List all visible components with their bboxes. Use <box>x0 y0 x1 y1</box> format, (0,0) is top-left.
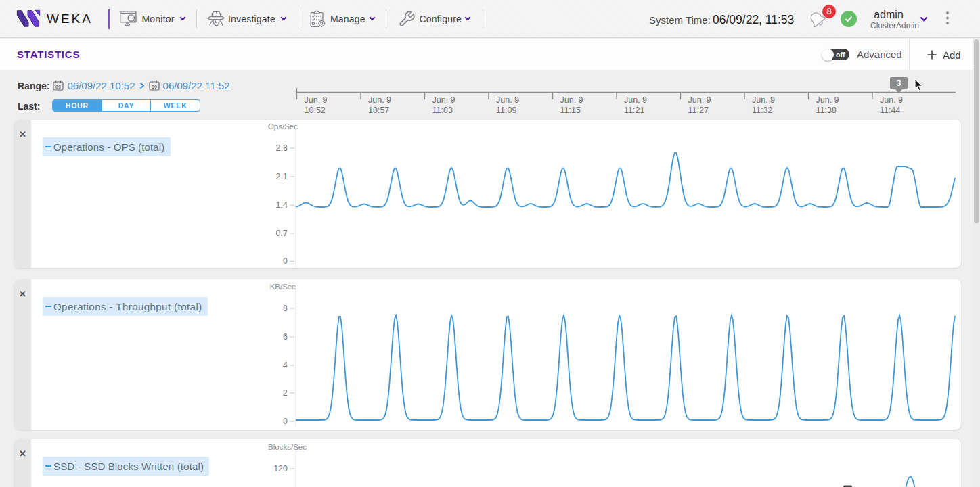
svg-text:Jun. 9: Jun. 9 <box>752 95 775 105</box>
svg-text:Jun. 9: Jun. 9 <box>624 95 647 105</box>
svg-text:6: 6 <box>283 332 288 342</box>
svg-text:11:15: 11:15 <box>560 106 581 115</box>
svg-text:11:32: 11:32 <box>752 106 772 115</box>
svg-text:10:52: 10:52 <box>305 106 326 115</box>
svg-text:0.7: 0.7 <box>276 229 288 238</box>
svg-text:KB/Sec: KB/Sec <box>270 283 296 291</box>
svg-text:11:38: 11:38 <box>816 106 837 115</box>
svg-text:Jun. 9: Jun. 9 <box>560 95 583 105</box>
svg-text:0: 0 <box>283 417 288 426</box>
svg-text:Blocks/Sec: Blocks/Sec <box>268 443 307 451</box>
svg-text:Ops/Sec: Ops/Sec <box>268 122 298 131</box>
svg-text:Jun. 9: Jun. 9 <box>305 95 328 105</box>
svg-text:11:27: 11:27 <box>688 106 709 115</box>
svg-text:4: 4 <box>283 361 288 370</box>
svg-text:11:44: 11:44 <box>880 106 900 115</box>
svg-text:Jun. 9: Jun. 9 <box>880 95 903 105</box>
svg-text:10:57: 10:57 <box>368 106 389 115</box>
svg-text:0: 0 <box>283 256 288 266</box>
svg-text:11:03: 11:03 <box>432 106 453 115</box>
svg-text:Jun. 9: Jun. 9 <box>432 95 455 105</box>
svg-text:2: 2 <box>283 388 288 398</box>
svg-text:Jun. 9: Jun. 9 <box>496 95 519 105</box>
svg-text:11:21: 11:21 <box>624 106 644 115</box>
svg-text:1.4: 1.4 <box>276 200 288 210</box>
svg-text:Jun. 9: Jun. 9 <box>816 95 839 105</box>
svg-text:2.8: 2.8 <box>276 143 288 153</box>
svg-text:2.1: 2.1 <box>276 172 288 181</box>
svg-text:8: 8 <box>283 304 288 313</box>
svg-text:Jun. 9: Jun. 9 <box>368 95 391 105</box>
svg-text:120: 120 <box>273 464 288 473</box>
svg-text:11:09: 11:09 <box>496 106 516 115</box>
svg-text:Jun. 9: Jun. 9 <box>688 95 711 105</box>
